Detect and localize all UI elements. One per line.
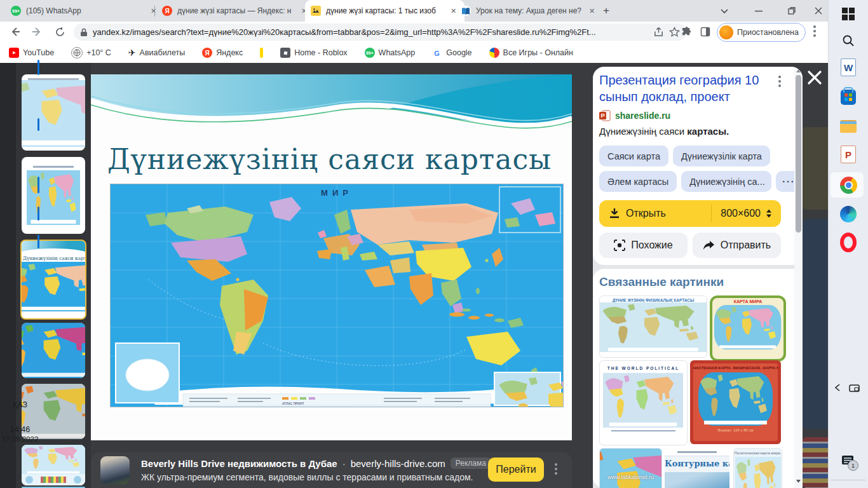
taskbar-search-button[interactable] [839,32,857,50]
bookmark-roblox[interactable]: Home - Roblox [280,48,347,58]
browser-menu-kebab[interactable] [813,25,816,28]
profile-avatar [719,25,733,39]
clock-date[interactable]: 17.09.2022 [0,435,40,443]
related-image-physical-map[interactable]: ДҮНИЕ ЖҮЗІНІҢ ФИЗИКАЛЫҚ КАРТАСЫ [599,295,707,358]
viewer-close-button[interactable] [806,69,824,86]
open-image-button[interactable]: Открыть 800×600 [599,200,781,227]
tag-chip[interactable]: Дүниежүзінің са... [681,171,771,192]
book-favicon [461,6,471,16]
ad-cta-button[interactable]: Перейти [488,458,544,482]
bookmark-yandex[interactable]: Я Яндекс [202,48,243,58]
chevron-left-icon [834,383,841,392]
back-button[interactable] [8,24,23,39]
notification-badge: 1 [848,460,858,471]
tab-yandex-images-active[interactable]: дүние жүзі картасы: 1 тыс изоб ✕ [305,0,465,22]
taskbar-store[interactable] [839,88,857,106]
tab-divider [154,6,155,17]
yellow-bar-icon [260,48,263,58]
taskbar-explorer[interactable] [839,118,857,135]
globe-icon [71,47,83,58]
thumbnail-map-2[interactable] [22,157,85,234]
result-title-link[interactable]: Презентация география 10 сынып доклад, п… [599,72,770,105]
window-close-button[interactable] [811,3,826,18]
tab-whatsapp[interactable]: 99+ (105) WhatsApp ✕ [5,0,165,22]
tab-search-chevron-icon[interactable] [717,3,732,18]
source-row[interactable]: P shareslide.ru [599,110,670,121]
thumbnail-current-slide[interactable]: Дүниежүзінің саяси картасы [20,240,86,320]
taskbar-edge[interactable] [839,205,857,223]
yandex-favicon: Я [162,6,172,16]
slide-title: Дүниежүзінің саяси картасы [107,143,559,175]
taskbar-word[interactable]: W [839,58,857,76]
thumbnail-map-1[interactable] [22,74,85,151]
notification-center-button[interactable]: 1 [841,455,854,469]
tab-title: Урок на тему: Ақша деген не? [476,6,581,15]
related-image-polit-karta[interactable]: Политическая карта мира. [733,448,782,488]
profile-sync-pill[interactable]: Приостановлена [717,23,806,42]
ad-menu-kebab[interactable] [555,463,557,466]
related-image-world-political[interactable]: THE WORLD POLITICAL [599,360,688,445]
tag-chip[interactable]: Саяси карта [599,146,668,166]
tag-chip[interactable]: Әлем картасы [599,171,677,192]
send-button[interactable]: Отправить [693,233,781,258]
clock-time[interactable]: 14:46 [0,425,40,434]
thumb-slide-title: Дүниежүзінің саяси картасы [22,255,85,262]
related-images-card: Связанные картинки ДҮНИЕ ЖҮЗІНІҢ ФИЗИКАЛ… [593,269,803,488]
result-menu-kebab[interactable] [778,76,781,78]
scroll-down-icon[interactable] [796,478,801,484]
image-info-panel: Презентация география 10 сынып доклад, п… [593,67,803,488]
forward-button[interactable] [29,24,44,39]
main-image-slide[interactable]: Дүниежүзінің саяси картасы [91,74,572,440]
related-image-kontur-karty[interactable]: Контурные карты [665,448,729,488]
bookmark-youtube[interactable]: YouTube [9,48,54,58]
related-image-labkabinet[interactable]: www.labkabinet.ru [599,448,662,488]
ad-banner[interactable]: Beverly Hills Drive недвижимость в Дубае… [91,452,572,488]
svg-text:G: G [434,49,440,57]
similar-images-button[interactable]: Похожие [599,233,688,258]
running-indicator [37,118,39,131]
tag-chip[interactable]: Дүниежүзілік карта [673,146,770,166]
tag-row-1: Саяси карта Дүниежүзілік карта [599,146,770,166]
tab-lesson[interactable]: Урок на тему: Ақша деген не? ✕ [455,0,603,22]
related-image-nastennaya-karta[interactable]: НАСТЕННАЯ КАРТА. ФИЗИЧЕСКАЯ. -КАРТА МИРА… [690,360,781,444]
language-indicator[interactable]: ҚАЗ [0,400,40,409]
running-indicator [37,234,39,248]
screen: 99+ (105) WhatsApp ✕ Я дүние жүзі картас… [0,0,868,488]
thumbnail-map-3[interactable] [22,323,85,378]
size-selector[interactable]: 800×600 [712,208,781,219]
windows-logo-icon [841,7,855,21]
panel-scrollbar-thumb[interactable] [796,75,801,233]
bookmark-unnamed[interactable] [260,48,263,58]
dimmed-background-image [803,219,828,429]
tab-close-icon[interactable]: ✕ [587,6,597,17]
related-image-karta-mira[interactable]: КАРТА МИРА [710,295,786,362]
taskbar-powerpoint[interactable]: P [839,146,857,163]
tab-title: дүние жүзі картасы: 1 тыс изоб [326,6,443,15]
extensions-puzzle-icon[interactable] [679,24,694,39]
tray-cast-icon[interactable] [849,384,860,395]
source-domain: shareslide.ru [615,111,670,121]
bookmark-google[interactable]: G Google [432,48,471,58]
youtube-icon [9,48,19,58]
dimmed-page-left-strip [0,63,16,488]
dimmed-background-image [803,127,828,210]
tray-expand-chevron[interactable] [834,383,841,395]
window-restore-button[interactable] [784,3,799,18]
share-icon[interactable] [653,27,664,37]
cast-icon [849,384,860,393]
yandex-icon: Я [202,48,212,58]
start-button[interactable] [839,5,857,23]
taskbar-chrome-active[interactable] [839,176,857,194]
bookmark-weather[interactable]: +10° C [71,47,111,58]
bookmark-whatsapp[interactable]: 99+ WhatsApp [365,48,416,58]
window-minimize-button[interactable] [751,3,766,18]
bookmark-avia[interactable]: ✈ Авиабилеты [128,48,185,58]
reload-button[interactable] [52,24,67,39]
thumbnail-map-5[interactable] [22,445,85,485]
taskbar-opera[interactable] [839,233,857,251]
address-bar[interactable]: yandex.kz/images/search?text=дүние%20жүз… [74,24,686,41]
new-tab-button[interactable]: + [600,4,613,17]
bookmark-games[interactable]: Все Игры - Онлайн [489,48,573,58]
tab-yandex-search[interactable]: Я дүние жүзі картасы — Яндекс: н ✕ [156,0,315,22]
reading-mode-icon[interactable] [698,24,713,39]
